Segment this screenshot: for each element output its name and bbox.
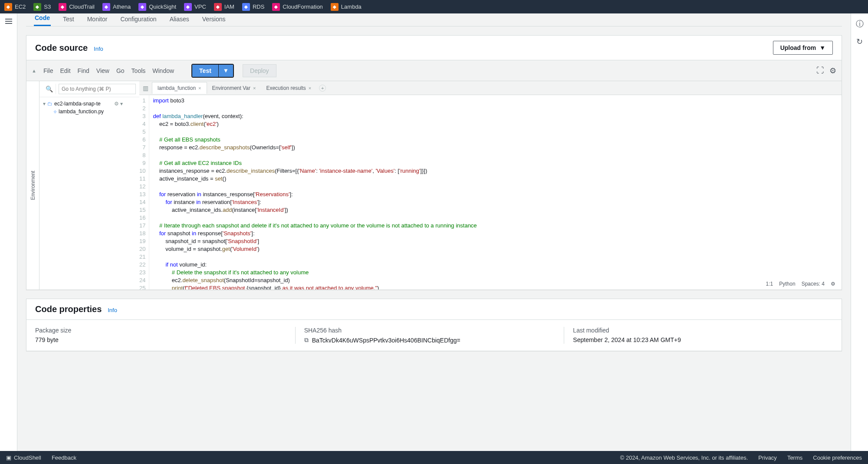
service-label: Athena (113, 3, 131, 10)
editor-toolbar: ▲ FileEditFindViewGoToolsWindow Test ▼ D… (26, 60, 842, 81)
service-link-iam[interactable]: ◆IAM (214, 3, 234, 11)
deploy-button: Deploy (243, 64, 276, 77)
service-icon: ◆ (33, 3, 41, 11)
status-spaces[interactable]: Spaces: 4 (802, 281, 825, 287)
right-rail: ⓘ ↻ (851, 13, 868, 451)
close-icon[interactable]: × (309, 86, 311, 91)
code-source-panel: Code source Info Upload from ▼ ▲ FileEdi… (26, 35, 842, 290)
status-gear-icon[interactable]: ⚙ (831, 281, 835, 287)
service-link-ec2[interactable]: ◆EC2 (4, 3, 26, 11)
file-label: lambda_function.py (59, 109, 104, 115)
menu-edit[interactable]: Edit (60, 67, 70, 74)
tab-code[interactable]: Code (34, 13, 51, 26)
sha-value: BaTckvDk4K6uWSpsPPvtkv3oi6Hs406BINCbiqED… (312, 337, 460, 344)
tab-configuration[interactable]: Configuration (119, 14, 157, 26)
service-label: IAM (224, 3, 234, 10)
service-label: Lambda (341, 3, 362, 10)
menu-icon[interactable] (5, 19, 12, 24)
service-icon: ◆ (102, 3, 110, 11)
service-label: CloudTrail (69, 3, 95, 10)
tab-test[interactable]: Test (62, 14, 75, 26)
aws-service-bar: ◆EC2◆S3◆CloudTrail◆Athena◆QuickSight◆VPC… (0, 0, 868, 13)
menu-go[interactable]: Go (116, 67, 125, 74)
tab-aliases[interactable]: Aliases (169, 14, 190, 26)
service-link-athena[interactable]: ◆Athena (102, 3, 131, 11)
menu-view[interactable]: View (96, 67, 109, 74)
info-icon[interactable]: ⓘ (856, 19, 864, 29)
service-label: QuickSight (149, 3, 176, 10)
file-icon: ⟡ (53, 109, 57, 115)
menu-tools[interactable]: Tools (132, 67, 146, 74)
environment-tab-rail[interactable]: Environment (26, 81, 39, 290)
history-icon[interactable]: ↻ (856, 37, 863, 46)
goto-anything-input[interactable] (59, 84, 136, 94)
service-icon: ◆ (184, 3, 192, 11)
properties-info-link[interactable]: Info (108, 307, 117, 313)
info-link[interactable]: Info (94, 46, 103, 52)
file-tab[interactable]: Execution results× (261, 82, 316, 94)
function-tabs: CodeTestMonitorConfigurationAliasesVersi… (26, 13, 842, 26)
close-icon[interactable]: × (253, 86, 256, 91)
project-gear-icon[interactable]: ⚙ ▾ (114, 101, 123, 107)
caret-down-icon: ▼ (819, 44, 825, 51)
properties-title: Code properties (35, 304, 102, 314)
test-dropdown-button[interactable]: ▼ (219, 65, 233, 77)
status-language[interactable]: Python (779, 281, 795, 287)
copy-icon[interactable]: ⧉ (304, 336, 309, 344)
service-link-quicksight[interactable]: ◆QuickSight (138, 3, 176, 11)
fullscreen-icon[interactable]: ⛶ (816, 66, 824, 76)
service-icon: ◆ (272, 3, 280, 11)
file-tab[interactable]: Environment Var× (207, 82, 261, 94)
chevron-down-icon: ▾ (43, 101, 46, 107)
service-label: EC2 (15, 3, 26, 10)
service-link-vpc[interactable]: ◆VPC (184, 3, 206, 11)
tab-monitor[interactable]: Monitor (86, 14, 108, 26)
service-icon: ◆ (4, 3, 12, 11)
package-size-value: 779 byte (35, 336, 286, 343)
environment-tab-label: Environment (30, 171, 36, 200)
open-files-tabs: ▥ lambda_function×Environment Var×Execut… (139, 81, 842, 95)
service-icon: ◆ (214, 3, 222, 11)
close-icon[interactable]: × (198, 86, 201, 91)
package-size-label: Package size (35, 327, 286, 334)
menu-file[interactable]: File (43, 67, 53, 74)
service-link-cloudformation[interactable]: ◆CloudFormation (272, 3, 323, 11)
collapse-up-icon[interactable]: ▲ (32, 68, 36, 73)
service-icon: ◆ (59, 3, 66, 11)
search-icon[interactable]: 🔍 (43, 84, 56, 94)
left-rail (0, 13, 17, 451)
service-label: RDS (253, 3, 264, 10)
modified-value: September 2, 2024 at 10:23 AM GMT+9 (573, 336, 824, 343)
new-tab-icon[interactable]: + (319, 85, 326, 92)
test-button[interactable]: Test (192, 65, 219, 77)
service-label: CloudFormation (283, 3, 323, 10)
window-icon[interactable]: ▥ (143, 85, 148, 92)
service-label: VPC (194, 3, 206, 10)
code-editor[interactable]: 1234567891011121314151617181920212223242… (139, 95, 842, 290)
gear-icon[interactable]: ⚙ (829, 66, 836, 76)
service-link-lambda[interactable]: ◆Lambda (331, 3, 362, 11)
menu-window[interactable]: Window (152, 67, 174, 74)
sha-label: SHA256 hash (304, 327, 556, 334)
cursor-position: 1:1 (766, 281, 773, 287)
panel-title: Code source (35, 43, 88, 53)
service-link-s3[interactable]: ◆S3 (33, 3, 51, 11)
service-icon: ◆ (331, 3, 339, 11)
service-link-cloudtrail[interactable]: ◆CloudTrail (59, 3, 95, 11)
service-icon: ◆ (242, 3, 250, 11)
menu-find[interactable]: Find (78, 67, 89, 74)
file-tab[interactable]: lambda_function× (152, 82, 207, 94)
test-button-group: Test ▼ (191, 64, 234, 78)
modified-label: Last modified (573, 327, 824, 334)
folder-icon: 🗀 (47, 101, 53, 107)
file-tab-label: Execution results (266, 85, 306, 91)
code-properties-panel: Code properties Info Package size 779 by… (26, 299, 842, 351)
upload-from-button[interactable]: Upload from ▼ (773, 41, 833, 55)
service-link-rds[interactable]: ◆RDS (242, 3, 264, 11)
project-root-label: ec2-lambda-snap-te (54, 101, 101, 107)
file-tab-label: lambda_function (158, 85, 196, 91)
tab-versions[interactable]: Versions (201, 14, 227, 26)
editor-status-bar: 1:1 Python Spaces: 4 ⚙ (763, 280, 838, 288)
file-row[interactable]: ⟡ lambda_function.py (41, 108, 125, 115)
project-root-row[interactable]: ▾ 🗀 ec2-lambda-snap-te ⚙ ▾ (41, 100, 125, 108)
